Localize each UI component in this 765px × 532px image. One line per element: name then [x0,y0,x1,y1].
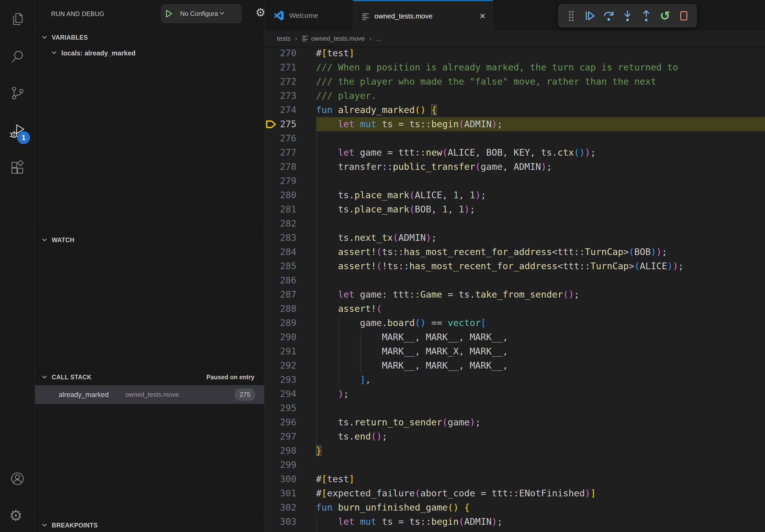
code-line[interactable]: 278transfer::public_transfer(game, ADMIN… [265,160,765,174]
code-line-text[interactable]: #[expected_failure(abort_code = ttt::ENo… [316,486,765,500]
code-line-text[interactable]: fun already_marked() { [316,103,765,117]
line-number[interactable]: 293 [265,373,316,387]
gripper-icon[interactable] [564,8,579,23]
variables-scope-row[interactable]: locals: already_marked [35,46,264,61]
line-number[interactable]: 295 [265,401,316,415]
code-line-text[interactable] [316,216,765,231]
code-line-text[interactable]: ts.return_to_sender(game); [316,415,765,429]
code-line-text[interactable]: /// player. [316,89,765,103]
code-line[interactable]: 299 [265,458,765,472]
code-line[interactable]: 279 [265,174,765,188]
code-line[interactable]: 303let mut ts = ts::begin(ADMIN); [265,515,765,529]
line-number[interactable]: 292 [265,359,316,373]
step-into-icon[interactable] [620,8,635,23]
line-number[interactable]: 286 [265,273,316,287]
restart-icon[interactable]: ↺ [657,8,672,23]
line-number[interactable]: 299 [265,458,316,472]
start-debug-icon[interactable] [161,5,177,23]
line-number[interactable]: 277 [265,145,316,160]
code-line[interactable]: 285assert!(!ts::has_most_recent_for_addr… [265,259,765,273]
code-line[interactable]: 286 [265,273,765,287]
close-tab-icon[interactable]: ✕ [479,12,486,21]
line-number[interactable]: 301 [265,486,316,500]
code-line-text[interactable] [316,458,765,472]
step-over-icon[interactable] [601,8,616,23]
line-number[interactable]: 278 [265,160,316,174]
code-line[interactable]: 292MARK__, MARK__, MARK__, [265,359,765,373]
code-line[interactable]: 297ts.end(); [265,429,765,443]
code-line[interactable]: 274fun already_marked() { [265,103,765,117]
step-out-icon[interactable] [639,8,654,23]
breakpoints-section-header[interactable]: BREAKPOINTS [35,518,264,532]
line-number[interactable]: 296 [265,415,316,429]
code-line[interactable]: 301#[expected_failure(abort_code = ttt::… [265,486,765,500]
settings-gear-icon[interactable]: ⚙ [9,508,23,523]
line-number[interactable]: 275 [265,117,316,131]
code-line[interactable]: 280ts.place_mark(ALICE, 1, 1); [265,188,765,202]
continue-icon[interactable] [582,8,597,23]
code-line[interactable]: 283ts.next_tx(ADMIN); [265,231,765,245]
code-line[interactable]: 281ts.place_mark(BOB, 1, 1); [265,202,765,216]
code-line-text[interactable]: /// the player who made the "false" move… [316,75,765,89]
stop-icon[interactable] [676,8,691,23]
code-line-text[interactable]: assert!(!ts::has_most_recent_for_address… [316,259,765,273]
line-number[interactable]: 281 [265,202,316,216]
line-number[interactable]: 282 [265,216,316,231]
code-line[interactable]: 270#[test] [265,46,765,60]
code-line[interactable]: 273/// player. [265,89,765,103]
line-number[interactable]: 280 [265,188,316,202]
code-line-text[interactable]: ts.end(); [316,429,765,443]
code-line-text[interactable]: MARK__, MARK_X, MARK__, [316,344,765,359]
code-line-text[interactable]: MARK__, MARK__, MARK__, [316,330,765,344]
line-number[interactable]: 276 [265,131,316,145]
code-line-text[interactable]: assert!(ts::has_most_recent_for_address<… [316,245,765,259]
tab-welcome[interactable]: Welcome [265,0,353,31]
call-stack-section-header[interactable]: CALL STACK Paused on entry [35,370,264,385]
line-number[interactable]: 284 [265,245,316,259]
code-line-text[interactable]: fun burn_unfinished_game() { [316,500,765,515]
line-number[interactable]: 303 [265,515,316,529]
code-line-text[interactable]: ); [316,387,765,401]
code-line[interactable]: 271/// When a position is already marked… [265,60,765,75]
line-number[interactable]: 290 [265,330,316,344]
code-line-text[interactable]: #[test] [316,46,765,60]
code-line-text[interactable]: transfer::public_transfer(game, ADMIN); [316,160,765,174]
code-line-text[interactable]: assert!( [316,302,765,316]
line-number[interactable]: 289 [265,316,316,330]
code-line[interactable]: 287let game: ttt::Game = ts.take_from_se… [265,287,765,302]
code-line[interactable]: 300#[test] [265,472,765,486]
line-number[interactable]: 302 [265,500,316,515]
line-number[interactable]: 304 [265,529,316,532]
explorer-icon[interactable] [10,11,25,27]
code-line-text[interactable]: ], [316,373,765,387]
code-line-text[interactable]: game.board() == vector[ [316,316,765,330]
line-number[interactable]: 271 [265,60,316,75]
code-line[interactable]: 304 [265,529,765,532]
breadcrumb-item-tests[interactable]: tests [277,35,291,42]
code-line-text[interactable]: MARK__, MARK__, MARK__, [316,359,765,373]
watch-section-header[interactable]: WATCH [35,232,264,247]
code-line[interactable]: 296ts.return_to_sender(game); [265,415,765,429]
line-number[interactable]: 298 [265,443,316,458]
line-number[interactable]: 285 [265,259,316,273]
breadcrumb-item-file[interactable]: owned_tests.move [311,35,365,42]
code-line-text[interactable]: let mut ts = ts::begin(ADMIN); [316,117,765,131]
line-number[interactable]: 272 [265,75,316,89]
launch-settings-gear-icon[interactable]: ⚙ [256,6,266,19]
code-line-text[interactable]: #[test] [316,472,765,486]
code-line[interactable]: 298} [265,443,765,458]
code-line[interactable]: 272/// the player who made the "false" m… [265,75,765,89]
account-icon[interactable] [10,471,25,486]
tab-owned-tests-move[interactable]: owned_tests.move ✕ [353,0,493,31]
source-control-icon[interactable] [10,85,25,101]
code-line-text[interactable] [316,529,765,532]
code-line[interactable]: 282 [265,216,765,231]
variables-section-header[interactable]: VARIABLES [35,30,264,45]
code-line-text[interactable]: } [316,443,765,458]
code-line[interactable]: 284assert!(ts::has_most_recent_for_addre… [265,245,765,259]
code-line[interactable]: 294); [265,387,765,401]
code-line-text[interactable]: let mut ts = ts::begin(ADMIN); [316,515,765,529]
line-number[interactable]: 297 [265,429,316,443]
code-line[interactable]: 277let game = ttt::new(ALICE, BOB, KEY, … [265,145,765,160]
code-line[interactable]: 295 [265,401,765,415]
